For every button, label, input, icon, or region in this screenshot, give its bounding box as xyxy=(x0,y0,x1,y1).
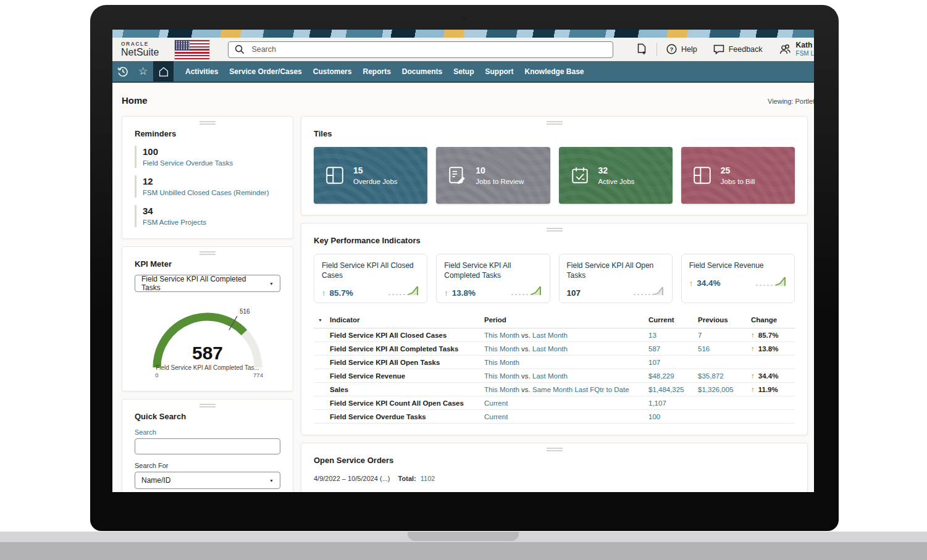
kpi-card-field-service-kpi-all-closed-cases[interactable]: Field Service KPI All Closed Cases ↑85.7… xyxy=(314,254,427,303)
kpi-card-field-service-kpi-all-completed-tasks[interactable]: Field Service KPI All Completed Tasks ↑1… xyxy=(436,254,550,303)
global-search[interactable] xyxy=(228,41,613,58)
new-record-button[interactable] xyxy=(628,43,655,55)
kpi-card-value: 107 xyxy=(567,288,581,298)
current-value-link[interactable]: $1,484,325 xyxy=(648,386,684,393)
nav-item-knowledge-base[interactable]: Knowledge Base xyxy=(519,67,590,76)
user-name: Kath xyxy=(796,41,814,50)
previous-value-link[interactable]: $1,326,005 xyxy=(698,386,734,393)
drag-handle[interactable] xyxy=(547,448,563,451)
period-cell: This Month vs. Last Month xyxy=(484,332,648,339)
gauge-caption: Field Service KPI All Completed Tas... xyxy=(156,364,259,371)
period-link[interactable]: This Month xyxy=(484,386,519,393)
tile-text: 10 Jobs to Review xyxy=(476,165,524,185)
period-link[interactable]: This Month xyxy=(484,345,519,353)
current-cell: 107 xyxy=(648,359,698,366)
nav-item-activities[interactable]: Activities xyxy=(180,67,224,76)
kpi-card-field-service-revenue[interactable]: Field Service Revenue ↑34.4% xyxy=(681,254,795,303)
portlet-title: Tiles xyxy=(314,129,795,138)
header-divider xyxy=(656,43,657,56)
user-info: Kath FSM L xyxy=(796,41,814,57)
period-link[interactable]: This Month xyxy=(484,372,519,380)
tile-label: Jobs to Review xyxy=(476,178,524,185)
previous-cell: 7 xyxy=(698,332,751,339)
netsuite-wordmark: NetSuite xyxy=(121,48,159,57)
kpi-card-title: Field Service KPI All Closed Cases xyxy=(322,261,419,280)
user-menu[interactable]: Kath FSM L xyxy=(771,41,814,57)
current-value-link[interactable]: 1,107 xyxy=(648,399,666,407)
kpi-table-row: Field Service KPI All Completed Tasks Th… xyxy=(314,342,795,356)
current-cell: 587 xyxy=(648,345,698,353)
current-value-link[interactable]: 587 xyxy=(648,345,660,353)
period-link[interactable]: Last Month xyxy=(532,332,568,339)
tile-jobs-to-bill[interactable]: 25 Jobs to Bill xyxy=(681,147,795,204)
help-icon: ? xyxy=(666,44,677,54)
previous-value-link[interactable]: 516 xyxy=(698,345,710,353)
tile-active-jobs[interactable]: 32 Active Jobs xyxy=(559,147,673,204)
search-for-select[interactable]: Name/ID xyxy=(135,472,280,489)
period-cell: Current xyxy=(484,413,648,420)
page-title: Home xyxy=(122,95,148,106)
current-value-link[interactable]: 100 xyxy=(648,413,660,420)
kpi-meter-select[interactable]: Field Service KPI All Completed Tasks xyxy=(135,275,280,292)
period-link[interactable]: This Month xyxy=(484,332,519,339)
drag-handle[interactable] xyxy=(199,251,216,255)
drag-handle[interactable] xyxy=(199,121,216,125)
reminder-count: 100 xyxy=(143,146,280,157)
previous-value-link[interactable]: $35,872 xyxy=(698,372,724,380)
tile-overdue-jobs[interactable]: 15 Overdue Jobs xyxy=(314,147,427,204)
drag-handle[interactable] xyxy=(547,121,563,125)
reminder-link[interactable]: FSM Unbilled Closed Cases (Reminder) xyxy=(143,189,280,196)
period-cell: This Month vs. Last Month xyxy=(484,345,648,353)
kpi-cards: Field Service KPI All Closed Cases ↑85.7… xyxy=(314,254,795,303)
drag-handle[interactable] xyxy=(547,228,563,232)
oso-date-range[interactable]: 4/9/2022 – 10/5/2024 (...) xyxy=(314,475,390,482)
current-value-link[interactable]: $48,229 xyxy=(648,372,674,380)
period-link[interactable]: Current xyxy=(484,399,508,407)
nav-item-support[interactable]: Support xyxy=(480,67,519,76)
reminder-item: 12 FSM Unbilled Closed Cases (Reminder) xyxy=(135,175,280,198)
nav-item-reports[interactable]: Reports xyxy=(357,67,396,76)
reminder-count: 12 xyxy=(143,176,280,186)
sparkline-icon xyxy=(632,285,665,298)
reminder-link[interactable]: Field Service Overdue Tasks xyxy=(143,159,280,167)
search-input[interactable] xyxy=(250,44,606,54)
indicator-name: Field Service KPI All Open Tasks xyxy=(330,359,484,366)
help-label: Help xyxy=(681,45,697,54)
current-value-link[interactable]: 13 xyxy=(648,332,656,339)
kpi-card-field-service-kpi-all-open-tasks[interactable]: Field Service KPI All Open Tasks 107 xyxy=(559,254,673,303)
period-link[interactable]: Last Month xyxy=(532,345,568,353)
period-link[interactable]: Same Month Last FQtr to Date xyxy=(532,386,629,393)
previous-cell: 516 xyxy=(698,345,751,353)
tile-jobs-to-review[interactable]: 10 Jobs to Review xyxy=(436,147,550,204)
shortcuts-button[interactable]: ☆ xyxy=(133,61,153,81)
change-up-icon: ↑ xyxy=(751,332,755,339)
recent-records-button[interactable] xyxy=(112,61,133,81)
nav-item-setup[interactable]: Setup xyxy=(448,67,479,76)
current-value-link[interactable]: 107 xyxy=(648,359,660,366)
help-button[interactable]: ? Help xyxy=(658,44,705,54)
nav-item-service-order-cases[interactable]: Service Order/Cases xyxy=(224,67,307,76)
oso-total-value[interactable]: 1102 xyxy=(421,475,435,482)
previous-value-link[interactable]: 7 xyxy=(698,332,702,339)
table-options-caret-icon[interactable]: ▼ xyxy=(314,318,330,322)
portlet-title: Reminders xyxy=(135,129,280,138)
gauge-min: 0 xyxy=(155,372,158,378)
drag-handle[interactable] xyxy=(199,404,216,407)
change-value: 34.4% xyxy=(758,372,779,380)
period-link[interactable]: Last Month xyxy=(532,372,568,380)
nav-item-documents[interactable]: Documents xyxy=(396,67,448,76)
portlet-title: Open Service Orders xyxy=(314,456,795,465)
nav-item-customers[interactable]: Customers xyxy=(308,67,358,76)
home-button[interactable] xyxy=(153,61,174,81)
col-indicator: Indicator xyxy=(330,316,484,324)
feedback-button[interactable]: Feedback xyxy=(705,44,771,54)
current-cell: 1,107 xyxy=(648,399,698,407)
period-link[interactable]: This Month xyxy=(484,359,519,366)
period-link[interactable]: Current xyxy=(484,413,508,420)
reminder-link[interactable]: FSM Active Projects xyxy=(143,219,280,226)
netsuite-logo[interactable]: ORACLE NetSuite xyxy=(121,41,159,57)
trend-up-icon: ↑ xyxy=(689,278,694,288)
quick-search-input[interactable] xyxy=(135,438,280,454)
indicator-name: Sales xyxy=(330,386,484,393)
current-cell: $48,229 xyxy=(648,372,698,380)
